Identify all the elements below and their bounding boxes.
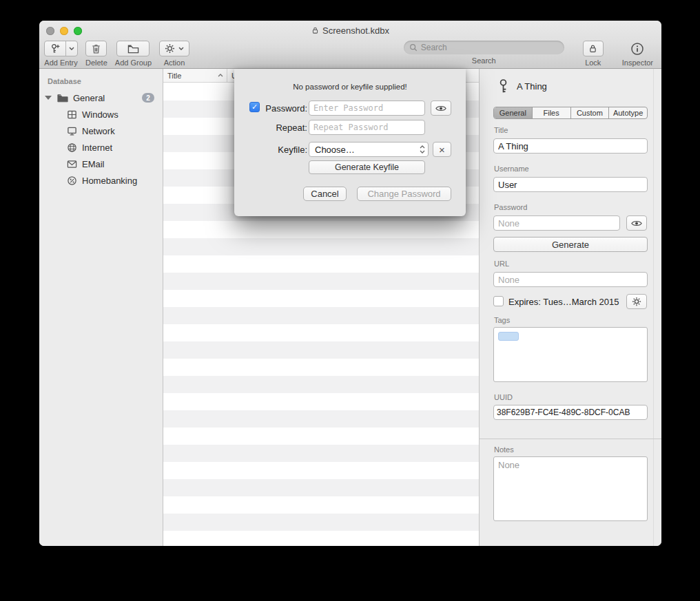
window-title-text: Screenshot.kdbx — [322, 25, 389, 36]
delete-button[interactable] — [85, 41, 107, 56]
add-group-item: Add Group — [115, 41, 152, 67]
entry-count-badge: 2 — [142, 93, 154, 103]
entry-header: A Thing — [497, 78, 547, 94]
generate-keyfile-button[interactable]: Generate Keyfile — [309, 160, 425, 174]
tag-chip[interactable] — [498, 332, 519, 341]
gear-icon — [632, 297, 641, 306]
change-password-button[interactable]: Change Password — [357, 187, 451, 201]
dialog-password-input[interactable] — [309, 101, 425, 116]
disclosure-triangle-icon[interactable] — [45, 96, 52, 100]
trash-icon — [91, 43, 101, 54]
key-icon — [497, 78, 509, 94]
sidebar-header: Database — [39, 74, 163, 89]
expires-checkbox[interactable] — [493, 296, 504, 306]
expires-settings-button[interactable] — [626, 294, 647, 309]
inspector-panel: A Thing General Files Custom Autotype Ti… — [479, 69, 661, 546]
toolbar: Add Entry Delete Add Group — [39, 39, 661, 69]
document-lock-icon — [311, 26, 319, 34]
tab-general-label: General — [500, 109, 526, 117]
cancel-label: Cancel — [311, 189, 338, 199]
sidebar-item-network[interactable]: Network — [39, 123, 163, 139]
chevron-down-icon[interactable] — [66, 41, 77, 56]
network-display-icon — [67, 126, 77, 136]
inspector-label: Inspector — [622, 59, 653, 67]
action-button[interactable] — [159, 41, 189, 56]
sidebar-group-label: General — [73, 93, 137, 103]
close-x-icon: × — [439, 144, 445, 156]
window-title: Screenshot.kdbx — [39, 25, 661, 36]
globe-icon — [67, 143, 77, 153]
eye-icon — [631, 220, 642, 227]
sidebar-item-windows[interactable]: Windows — [39, 106, 163, 123]
delete-label: Delete — [85, 59, 107, 67]
generate-keyfile-label: Generate Keyfile — [335, 162, 399, 172]
entry-title: A Thing — [517, 81, 547, 92]
folder-icon — [127, 44, 139, 54]
search-box[interactable] — [404, 41, 564, 54]
folder-icon — [57, 94, 68, 103]
dialog-message: No password or keyfile supplied! — [234, 83, 466, 91]
app-window: Screenshot.kdbx Add Entry — [39, 21, 661, 546]
lock-button[interactable] — [583, 41, 604, 56]
generate-password-button[interactable]: Generate — [493, 237, 648, 252]
reveal-password-button[interactable] — [626, 215, 647, 231]
sidebar-item-label: Internet — [82, 143, 112, 153]
dialog-reveal-password-button[interactable] — [431, 101, 451, 116]
info-icon — [630, 42, 644, 56]
notes-field[interactable]: None — [493, 456, 648, 521]
stepper-chevrons-icon — [420, 145, 425, 154]
sidebar-item-label: Network — [82, 126, 115, 136]
add-entry-button[interactable] — [44, 41, 78, 56]
add-entry-item: Add Entry — [44, 41, 78, 67]
sidebar-group-general[interactable]: General 2 — [39, 89, 163, 106]
tab-autotype[interactable]: Autotype — [609, 107, 647, 118]
uuid-field[interactable] — [493, 405, 648, 420]
search-item: Search — [404, 41, 564, 65]
window-chrome: Screenshot.kdbx Add Entry — [39, 21, 661, 69]
clear-keyfile-button[interactable]: × — [433, 142, 451, 157]
tab-autotype-label: Autotype — [613, 109, 643, 117]
tags-label: Tags — [494, 316, 510, 324]
tab-custom-label: Custom — [577, 109, 603, 117]
inspector-scrollbar[interactable] — [653, 69, 661, 546]
windows-icon — [67, 109, 77, 120]
title-field[interactable] — [493, 138, 648, 154]
lock-icon — [588, 43, 597, 54]
tab-custom[interactable]: Custom — [571, 107, 610, 118]
sort-ascending-icon — [218, 74, 223, 77]
dialog-keyfile-label: Keyfile: — [248, 145, 307, 155]
envelope-icon — [67, 160, 77, 169]
generate-label: Generate — [552, 240, 589, 250]
dialog-repeat-input[interactable] — [309, 120, 425, 135]
chevron-down-icon — [178, 47, 184, 50]
sidebar-item-internet[interactable]: Internet — [39, 139, 163, 156]
notes-placeholder: None — [498, 460, 519, 470]
inspector-button[interactable] — [630, 41, 644, 56]
password-field-label: Password — [494, 203, 527, 211]
username-field[interactable] — [493, 177, 648, 192]
url-field[interactable] — [493, 272, 648, 287]
sidebar-item-label: Homebanking — [82, 176, 137, 186]
column-title-label: Title — [167, 72, 181, 80]
search-label: Search — [472, 56, 496, 65]
url-field-label: URL — [494, 260, 509, 268]
delete-item: Delete — [85, 41, 107, 67]
dialog-repeat-label: Repeat: — [248, 123, 307, 133]
column-header-title[interactable]: Title — [163, 69, 227, 82]
tab-general[interactable]: General — [494, 107, 533, 118]
inspector-tabs: General Files Custom Autotype — [493, 107, 648, 119]
tags-box[interactable] — [493, 327, 648, 382]
sidebar-item-homebanking[interactable]: Homebanking — [39, 172, 163, 189]
search-input[interactable] — [421, 43, 559, 52]
lock-label: Lock — [585, 59, 601, 67]
add-group-button[interactable] — [116, 41, 150, 56]
add-entry-label: Add Entry — [44, 59, 77, 67]
keyfile-dropdown[interactable]: Choose… — [309, 142, 429, 157]
tab-files[interactable]: Files — [533, 107, 571, 118]
password-field[interactable] — [493, 215, 620, 231]
title-field-label: Title — [494, 126, 508, 134]
sidebar-item-email[interactable]: EMail — [39, 156, 163, 172]
cancel-button[interactable]: Cancel — [303, 187, 347, 201]
action-item: Action — [159, 41, 189, 67]
sidebar: Database General 2 Windows Network — [39, 69, 163, 546]
